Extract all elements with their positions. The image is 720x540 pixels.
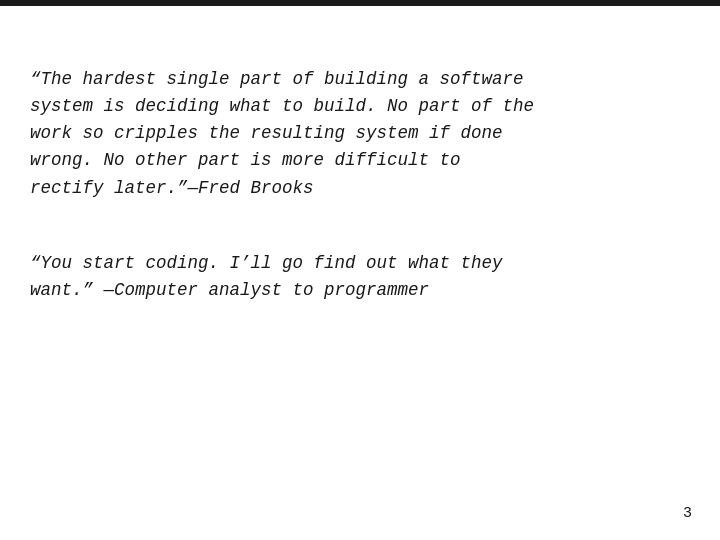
quote-analyst: “You start coding. I’ll go find out what… <box>30 250 690 304</box>
page-number: 3 <box>683 505 692 522</box>
quote-brooks: “The hardest single part of building a s… <box>30 66 690 202</box>
content-area: “The hardest single part of building a s… <box>0 6 720 540</box>
